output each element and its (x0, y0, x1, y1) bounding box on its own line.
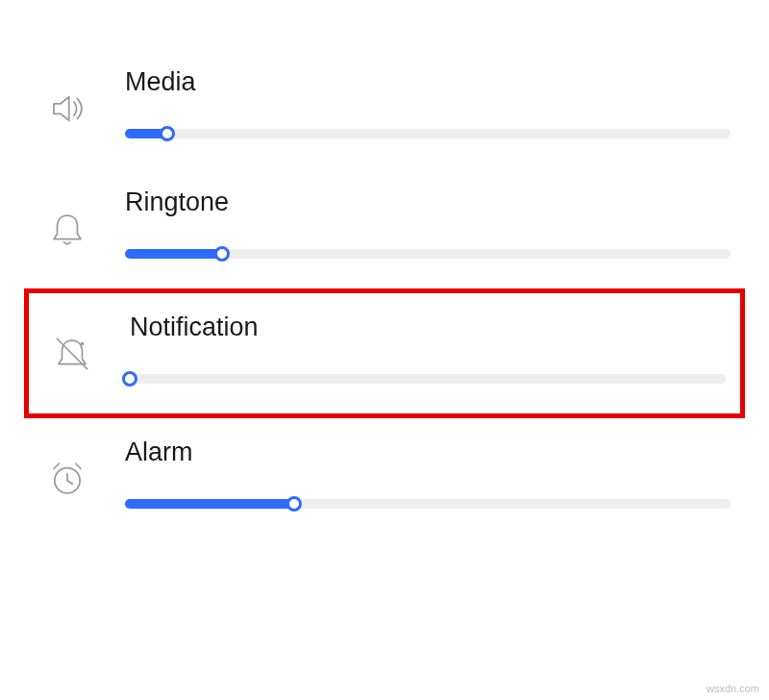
volume-content-notification: Notification (101, 312, 726, 385)
speaker-icon (38, 67, 96, 129)
volume-content-alarm: Alarm (96, 438, 731, 510)
volume-row-media: Media (0, 48, 769, 168)
alarm-clock-icon (38, 438, 96, 499)
volume-label-media: Media (125, 67, 731, 97)
volume-settings-list: Media Ringtone (0, 0, 769, 538)
volume-slider-alarm[interactable] (125, 496, 731, 510)
volume-row-alarm: Alarm (0, 418, 769, 538)
slider-thumb[interactable] (214, 246, 230, 262)
volume-content-media: Media (96, 67, 731, 139)
slider-fill (125, 249, 222, 259)
volume-slider-notification[interactable] (130, 371, 726, 385)
slider-track (125, 129, 731, 138)
volume-slider-media[interactable] (125, 126, 731, 139)
slider-thumb[interactable] (286, 496, 302, 512)
volume-label-notification: Notification (130, 312, 726, 342)
volume-label-alarm: Alarm (125, 438, 731, 467)
watermark: wsxdn.com (707, 683, 759, 694)
slider-track (130, 374, 726, 384)
slider-fill (125, 499, 294, 509)
slider-thumb[interactable] (160, 126, 175, 141)
volume-row-ringtone: Ringtone (0, 168, 769, 288)
slider-thumb[interactable] (122, 371, 137, 387)
volume-slider-ringtone[interactable] (125, 246, 731, 260)
bell-muted-icon (43, 312, 101, 374)
volume-content-ringtone: Ringtone (96, 188, 731, 260)
volume-label-ringtone: Ringtone (125, 188, 731, 217)
bell-icon (38, 188, 96, 249)
volume-row-notification: Notification (24, 288, 745, 418)
svg-point-1 (81, 342, 85, 346)
